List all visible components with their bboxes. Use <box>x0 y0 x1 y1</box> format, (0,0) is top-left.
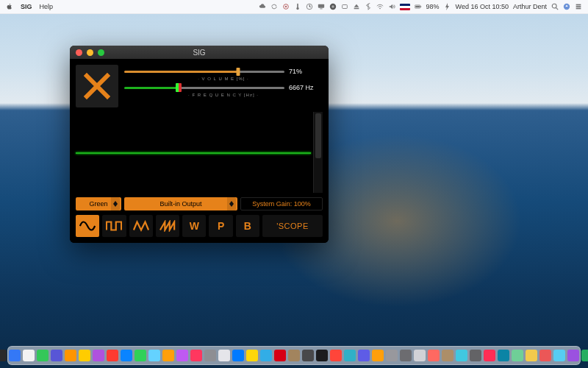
clock-icon[interactable] <box>306 3 313 10</box>
control-badge-icon[interactable] <box>563 3 570 10</box>
temperature-icon[interactable] <box>294 3 301 10</box>
dock-app-generic-14[interactable] <box>246 350 258 361</box>
dock-app-xcode[interactable] <box>51 350 62 361</box>
waveform-pink-noise-button[interactable]: P <box>209 215 232 237</box>
svg-point-10 <box>379 8 381 10</box>
apple-menu-icon[interactable] <box>6 3 13 10</box>
waveform-sine-button[interactable] <box>76 215 99 237</box>
waveform-brown-noise-button[interactable]: B <box>236 215 259 237</box>
audio-interface-icon[interactable] <box>329 3 337 10</box>
trace-color-dropdown[interactable]: Green <box>76 197 121 210</box>
cloud-icon[interactable] <box>259 3 266 10</box>
dock-app-generic-7[interactable] <box>148 350 160 361</box>
waveform-triangle-button[interactable] <box>129 215 153 237</box>
dock-app-generic-17[interactable] <box>288 350 300 361</box>
svg-rect-9 <box>342 5 347 9</box>
dock-app-generic-13[interactable] <box>232 350 244 361</box>
svg-rect-12 <box>420 6 421 7</box>
menubar-menu-help[interactable]: Help <box>40 3 54 10</box>
dock-app-generic-21[interactable] <box>344 350 356 361</box>
dock-app-generic-23[interactable] <box>372 350 384 361</box>
dock-app-generic-22[interactable] <box>358 350 370 361</box>
menubar-app-name[interactable]: SIG <box>21 3 32 10</box>
scope-button[interactable]: 'SCOPE <box>262 215 323 237</box>
sync-icon[interactable] <box>270 3 278 10</box>
dock-app-generic-28[interactable] <box>442 350 453 361</box>
status-dot-icon[interactable] <box>282 3 290 10</box>
svg-rect-19 <box>576 8 581 10</box>
dock-app-generic-27[interactable] <box>428 350 440 361</box>
toggle-icon[interactable] <box>341 3 348 10</box>
dock-app-mail[interactable] <box>9 350 21 361</box>
dock-app-generic-11[interactable] <box>204 350 216 361</box>
titlebar[interactable]: SIG <box>70 46 329 59</box>
dock-app-generic-37[interactable] <box>567 350 579 361</box>
svg-rect-13 <box>415 6 420 8</box>
menubar-status-area: 98% Wed 16 Oct 10:50 Arthur Dent <box>259 3 588 10</box>
dock-app-generic-18[interactable] <box>302 350 314 361</box>
dock-app-terminal[interactable] <box>0 350 7 361</box>
dock-app-generic-10[interactable] <box>190 350 202 361</box>
frequency-value: 6667 Hz <box>289 84 323 91</box>
spotlight-icon[interactable] <box>551 3 559 10</box>
chevron-updown-icon <box>227 197 236 210</box>
dock-app-generic-6[interactable] <box>135 350 146 361</box>
dock-app-generic-19[interactable] <box>316 350 328 361</box>
charging-icon <box>444 3 451 10</box>
battery-icon[interactable] <box>415 3 422 10</box>
waveform-white-noise-button[interactable]: W <box>182 215 206 237</box>
dock-app-generic-12[interactable] <box>218 350 230 361</box>
menubar: SIG Help 98% Wed 16 Oct 10:50 Arthur Den… <box>0 0 588 14</box>
frequency-slider[interactable] <box>124 85 284 91</box>
dock-app-generic-3[interactable] <box>93 350 104 361</box>
svg-rect-17 <box>576 4 581 6</box>
dock-app-generic-20[interactable] <box>330 350 342 361</box>
svg-rect-18 <box>576 6 581 7</box>
oscilloscope-scrollbar[interactable] <box>313 112 323 193</box>
dock-app-generic-32[interactable] <box>498 350 509 361</box>
output-device-dropdown[interactable]: Built-in Output <box>124 197 237 210</box>
svg-point-14 <box>552 4 556 8</box>
dock-app-generic-24[interactable] <box>386 350 398 361</box>
dock-app-generic-31[interactable] <box>484 350 495 361</box>
menubar-clock[interactable]: Wed 16 Oct 10:50 <box>456 3 509 10</box>
dock-app-generic-4[interactable] <box>107 350 118 361</box>
wifi-icon[interactable] <box>376 3 384 10</box>
svg-rect-5 <box>318 4 323 8</box>
dock-app-messages[interactable] <box>37 350 49 361</box>
waveform-square-button[interactable] <box>102 215 126 237</box>
dock-app-generic-29[interactable] <box>456 350 467 361</box>
dock-app-generic-1[interactable] <box>65 350 76 361</box>
dock-app-generic-8[interactable] <box>162 350 174 361</box>
dock-app-generic-9[interactable] <box>176 350 188 361</box>
mute-x-icon[interactable] <box>76 65 118 107</box>
dock-app-generic-30[interactable] <box>470 350 481 361</box>
dock-app-generic-15[interactable] <box>260 350 272 361</box>
dock-app-generic-2[interactable] <box>79 350 90 361</box>
volume-icon[interactable] <box>388 3 395 10</box>
dock-app-generic-35[interactable] <box>539 350 551 361</box>
dock-app-generic-25[interactable] <box>400 350 412 361</box>
dock-app-generic-26[interactable] <box>414 350 426 361</box>
bluetooth-icon[interactable] <box>365 3 372 10</box>
dock-app-generic-34[interactable] <box>526 350 537 361</box>
display-icon[interactable] <box>318 3 325 10</box>
window-title: SIG <box>70 49 329 57</box>
notification-center-icon[interactable] <box>575 3 582 10</box>
svg-line-15 <box>556 8 559 10</box>
volume-slider[interactable] <box>124 68 284 74</box>
dock-app-generic-38[interactable] <box>581 350 588 361</box>
system-gain-readout[interactable]: System Gain: 100% <box>240 197 323 210</box>
dock-app-generic-16[interactable] <box>274 350 286 361</box>
input-locale-flag[interactable] <box>400 4 410 10</box>
eject-icon[interactable] <box>353 3 360 10</box>
dock-app-generic-36[interactable] <box>553 350 565 361</box>
waveform-sawtooth-button[interactable] <box>156 215 179 237</box>
dock-app-notes[interactable] <box>23 350 35 361</box>
oscilloscope-view <box>76 112 323 193</box>
trace-color-value: Green <box>89 200 107 208</box>
dock-app-generic-5[interactable] <box>121 350 132 361</box>
menubar-user[interactable]: Arthur Dent <box>513 3 547 10</box>
volume-value: 71% <box>289 68 323 75</box>
dock-app-generic-33[interactable] <box>512 350 523 361</box>
